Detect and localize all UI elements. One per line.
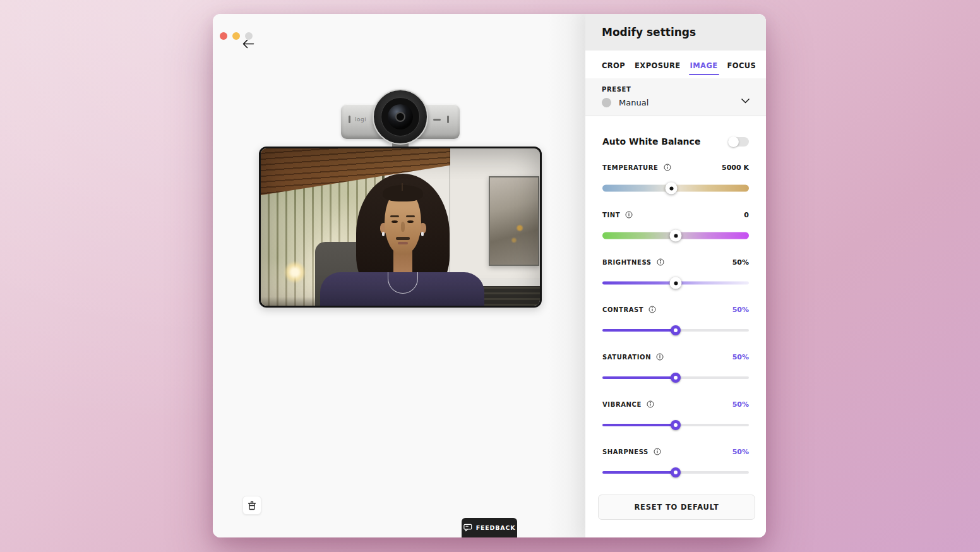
preset-label: PRESET: [602, 86, 750, 93]
tint-slider-thumb[interactable]: [670, 230, 682, 242]
delete-preset-button[interactable]: [242, 496, 261, 515]
tint-slider[interactable]: [602, 230, 749, 241]
saturation-label: SATURATION: [602, 354, 651, 361]
info-icon[interactable]: [647, 400, 654, 408]
scene-wall-art: [489, 176, 539, 266]
tint-label: TINT: [602, 212, 620, 219]
tint-value: 0: [744, 211, 749, 219]
app-window: logi: [213, 14, 766, 537]
back-arrow-icon: [242, 39, 254, 49]
panel-header: Modify settings: [585, 14, 766, 51]
zoom-window-button[interactable]: [245, 32, 253, 40]
settings-tabs: CROP EXPOSURE IMAGE FOCUS: [585, 51, 766, 78]
feedback-label: FEEDBACK: [476, 524, 516, 531]
vibrance-value: 50%: [732, 400, 749, 409]
vibrance-group: VIBRANCE 50%: [585, 399, 766, 431]
webcam-mic-slit-right: [447, 116, 449, 123]
window-controls: [220, 32, 253, 40]
contrast-slider-thumb[interactable]: [671, 325, 681, 335]
contrast-group: CONTRAST 50%: [585, 304, 766, 336]
feedback-button[interactable]: FEEDBACK: [462, 518, 517, 537]
tab-crop[interactable]: CROP: [602, 61, 625, 70]
vibrance-label: VIBRANCE: [602, 401, 642, 408]
saturation-slider[interactable]: [602, 372, 749, 383]
info-icon[interactable]: [656, 353, 664, 361]
temperature-value: 5000 K: [722, 164, 749, 172]
chevron-down-icon: [741, 99, 750, 104]
temperature-slider-thumb[interactable]: [666, 183, 678, 195]
sharpness-value: 50%: [732, 448, 749, 456]
scene-lamp-glow: [284, 261, 306, 284]
info-icon[interactable]: [664, 164, 671, 171]
brightness-slider-thumb[interactable]: [670, 277, 682, 289]
brightness-value: 50%: [732, 258, 749, 267]
info-icon[interactable]: [654, 448, 661, 455]
auto-white-balance-row: Auto White Balance: [585, 136, 766, 147]
saturation-slider-thumb[interactable]: [671, 373, 681, 383]
temperature-group: TEMPERATURE 5000 K: [585, 162, 766, 194]
brightness-group: BRIGHTNESS 50%: [585, 257, 766, 289]
saturation-group: SATURATION 50%: [585, 352, 766, 383]
tab-exposure[interactable]: EXPOSURE: [635, 61, 680, 70]
tab-image[interactable]: IMAGE: [690, 61, 718, 70]
webcam-indicator-dash: [433, 119, 441, 121]
reset-to-default-button[interactable]: RESET TO DEFAULT: [598, 495, 755, 520]
tab-focus[interactable]: FOCUS: [727, 61, 756, 70]
camera-preview: [259, 147, 542, 308]
sharpness-label: SHARPNESS: [602, 448, 648, 455]
vibrance-slider[interactable]: [602, 419, 749, 431]
info-icon[interactable]: [657, 258, 664, 266]
contrast-label: CONTRAST: [602, 306, 643, 313]
tint-group: TINT 0: [585, 210, 766, 241]
modify-settings-panel: Modify settings CROP EXPOSURE IMAGE FOCU…: [585, 14, 766, 537]
sharpness-group: SHARPNESS 50%: [585, 447, 766, 478]
auto-white-balance-label: Auto White Balance: [602, 136, 700, 147]
info-icon[interactable]: [625, 211, 633, 219]
saturation-value: 50%: [732, 353, 749, 361]
feedback-bubble-icon: [463, 524, 472, 532]
temperature-label: TEMPERATURE: [602, 164, 659, 171]
brightness-label: BRIGHTNESS: [602, 259, 652, 266]
preset-value: Manual: [619, 98, 648, 107]
close-window-button[interactable]: [220, 32, 227, 40]
preset-dropdown[interactable]: PRESET Manual: [585, 78, 766, 116]
minimize-window-button[interactable]: [232, 32, 240, 40]
vibrance-slider-thumb[interactable]: [671, 420, 681, 430]
webcam-mic-slit-left: [349, 116, 350, 123]
toggle-knob: [728, 136, 739, 147]
preview-stage: logi: [213, 14, 585, 537]
person-face: [385, 188, 421, 255]
brightness-slider[interactable]: [602, 277, 749, 289]
contrast-value: 50%: [732, 306, 749, 314]
preview-scene: [261, 148, 540, 306]
temperature-slider[interactable]: [602, 183, 749, 194]
panel-title: Modify settings: [602, 26, 696, 39]
webcam-lens: [373, 89, 428, 145]
sharpness-slider[interactable]: [602, 467, 749, 478]
webcam-logo: logi: [355, 116, 366, 123]
preset-indicator-dot: [602, 98, 611, 107]
info-icon[interactable]: [648, 306, 656, 313]
trash-icon: [248, 501, 256, 510]
auto-white-balance-toggle[interactable]: [728, 137, 749, 147]
sharpness-slider-thumb[interactable]: [671, 467, 681, 477]
contrast-slider[interactable]: [602, 325, 749, 336]
